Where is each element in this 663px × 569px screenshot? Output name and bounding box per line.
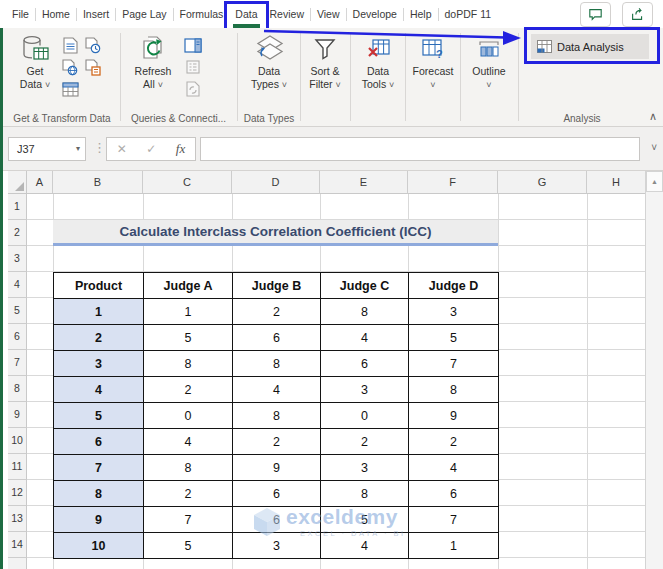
column-header-a[interactable]: A [27,171,53,194]
data-analysis-button[interactable]: Data Analysis [531,34,649,59]
tab-developer[interactable]: Develope [347,0,403,28]
cell[interactable]: 1 [409,533,499,559]
row-header-9[interactable]: 9 [8,402,27,428]
cell[interactable]: 0 [144,403,233,429]
cell[interactable]: 5 [144,533,233,559]
header-product[interactable]: Product [54,273,144,299]
tab-home[interactable]: Home [36,0,76,28]
from-table-range-button[interactable] [61,80,79,98]
cell[interactable]: 8 [409,377,499,403]
cell[interactable]: 7 [144,507,233,533]
column-header-e[interactable]: E [320,171,408,194]
name-box-dropdown-icon[interactable]: ▾ [76,138,80,160]
cell[interactable]: 2 [409,429,499,455]
tab-file[interactable]: File [6,0,35,28]
cell[interactable]: 9 [54,507,144,533]
cell[interactable]: 5 [321,507,409,533]
cell[interactable]: 9 [409,403,499,429]
select-all-corner[interactable] [8,171,27,194]
expand-formula-bar-icon[interactable]: ˅ [651,142,657,153]
sort-filter-button[interactable]: Sort & Filter ˅ [303,33,347,92]
collapse-ribbon-icon[interactable]: ∧ [649,110,657,123]
row-header-4[interactable]: 4 [8,272,27,298]
data-tools-button[interactable]: Data Tools ˅ [355,33,401,92]
cell[interactable]: 4 [321,325,409,351]
cell[interactable]: 4 [409,455,499,481]
tab-help[interactable]: Help [404,0,438,28]
column-header-b[interactable]: B [53,171,143,194]
header-judge-a[interactable]: Judge A [144,273,233,299]
column-header-h[interactable]: H [587,171,645,194]
comments-button[interactable] [580,2,611,27]
cell[interactable]: 3 [321,455,409,481]
cell[interactable]: 2 [144,377,233,403]
column-header-g[interactable]: G [498,171,587,194]
column-header-c[interactable]: C [143,171,232,194]
cell[interactable]: 1 [144,299,233,325]
row-header-10[interactable]: 10 [8,428,27,454]
properties-button[interactable] [184,58,202,76]
cell[interactable]: 2 [233,299,321,325]
cell[interactable]: 10 [54,533,144,559]
row-header-3[interactable]: 3 [8,246,27,272]
row-header-12[interactable]: 12 [8,480,27,506]
from-web-button[interactable] [61,58,79,76]
cell[interactable]: 8 [233,403,321,429]
from-text-csv-button[interactable] [61,36,79,54]
cell[interactable]: 3 [54,351,144,377]
cell[interactable]: 6 [54,429,144,455]
header-judge-d[interactable]: Judge D [409,273,499,299]
cell[interactable]: 5 [144,325,233,351]
cell[interactable]: 6 [321,351,409,377]
row-header-6[interactable]: 6 [8,324,27,350]
tab-review[interactable]: Review [264,0,310,28]
refresh-all-button[interactable]: Refresh All ˅ [128,33,178,92]
cell[interactable]: 6 [233,507,321,533]
name-box[interactable]: J37 ▾ [8,137,86,161]
cell[interactable]: 7 [54,455,144,481]
cell[interactable]: 7 [409,507,499,533]
tab-dopdf[interactable]: doPDF 11 [439,0,498,28]
share-button[interactable] [622,2,653,27]
cell[interactable]: 0 [321,403,409,429]
cell[interactable]: 8 [54,481,144,507]
cell[interactable]: 8 [321,299,409,325]
queries-connections-button[interactable] [184,36,202,54]
cell[interactable]: 2 [144,481,233,507]
tab-formulas[interactable]: Formulas [174,0,230,28]
data-types-button[interactable]: Data Types ˅ [242,33,296,92]
cell[interactable]: 8 [321,481,409,507]
cell[interactable]: 3 [409,299,499,325]
cell[interactable]: 7 [409,351,499,377]
cell[interactable]: 3 [321,377,409,403]
recent-sources-button[interactable] [84,36,102,54]
existing-connections-button[interactable] [84,58,102,76]
cell[interactable]: 3 [233,533,321,559]
row-header-7[interactable]: 7 [8,350,27,376]
forecast-button[interactable]: ? Forecast ˅ [408,33,458,92]
cell[interactable]: 8 [144,351,233,377]
row-header-1[interactable]: 1 [8,194,27,220]
cell[interactable]: 5 [54,403,144,429]
row-header-11[interactable]: 11 [8,454,27,480]
enter-button[interactable]: ✓ [146,142,156,156]
outline-button[interactable]: Outline ˅ [466,33,512,92]
insert-function-button[interactable]: fx [176,141,185,157]
cell[interactable]: 9 [233,455,321,481]
cell[interactable]: 1 [54,299,144,325]
cancel-button[interactable]: ✕ [117,142,127,156]
tab-data[interactable]: Data [229,0,263,28]
cell[interactable]: 8 [233,351,321,377]
edit-links-button[interactable] [184,80,202,98]
cell[interactable]: 6 [233,325,321,351]
tab-view[interactable]: View [311,0,346,28]
tab-page-layout[interactable]: Page Lay [116,0,172,28]
formula-input[interactable] [200,137,640,161]
cell[interactable]: 4 [321,533,409,559]
row-header-5[interactable]: 5 [8,298,27,324]
tab-insert[interactable]: Insert [77,0,115,28]
cell[interactable]: 2 [54,325,144,351]
row-header-2[interactable]: 2 [8,220,27,246]
cell[interactable]: 6 [233,481,321,507]
cell[interactable]: 4 [144,429,233,455]
